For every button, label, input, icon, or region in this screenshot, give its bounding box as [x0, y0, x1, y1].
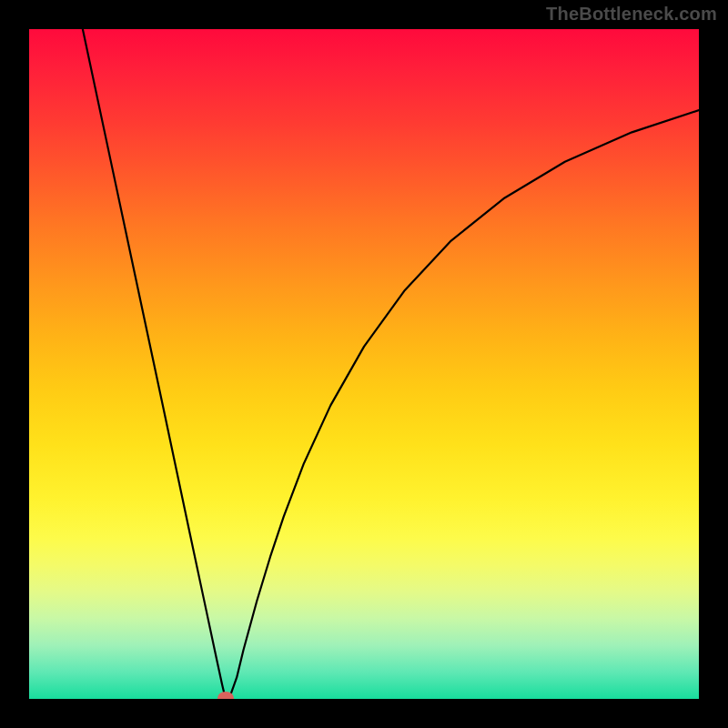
plot-area: [29, 29, 699, 699]
bottleneck-curve-path: [83, 29, 699, 698]
watermark-text: TheBottleneck.com: [546, 4, 717, 25]
optimum-marker: [217, 692, 234, 699]
bottleneck-curve-svg: [29, 29, 699, 699]
chart-frame: TheBottleneck.com: [0, 0, 728, 728]
